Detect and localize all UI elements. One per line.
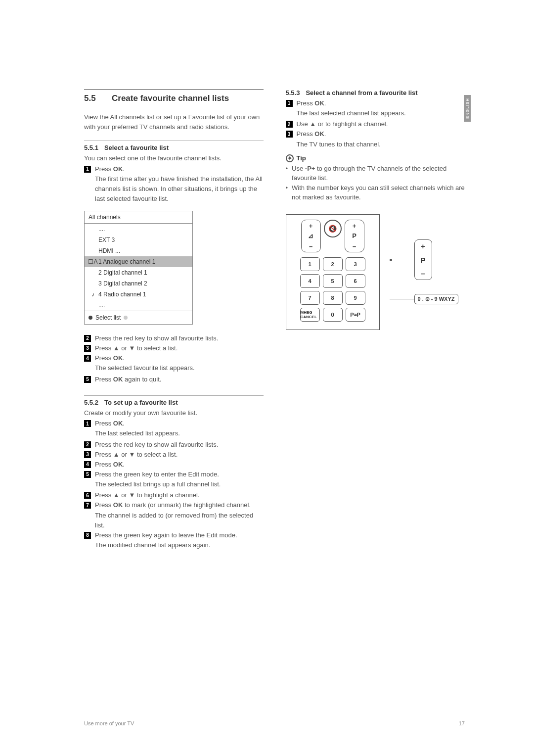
step-note: The TV tunes to that channel.	[286, 140, 465, 149]
tip-item: With the number keys you can still selec…	[292, 183, 465, 202]
step-text: Press OK.	[297, 129, 465, 139]
tip-icon: ✦	[286, 154, 294, 162]
subsection-number: 5.5.2	[84, 399, 98, 406]
step-note: The last selected channel list appears.	[286, 108, 465, 118]
step-text: Press OK.	[297, 98, 465, 108]
mute-icon: 🔇	[328, 225, 337, 233]
step-badge: 2	[286, 121, 293, 128]
page-number: 17	[459, 720, 465, 726]
step-badge: 1	[84, 420, 91, 427]
step-badge: 7	[84, 502, 91, 509]
num-key-0: 0	[323, 308, 343, 322]
subsection-title: To set up a favourite list	[104, 399, 178, 406]
list-item: EXT 3	[98, 236, 115, 243]
list-item: HDMI ...	[98, 247, 120, 254]
step-text: Press ▲ or ▼ to select a list.	[95, 450, 264, 460]
list-item: 4 Radio channel 1	[98, 291, 146, 298]
step-text: Press OK to mark (or unmark) the highlig…	[95, 500, 264, 530]
step-badge: 4	[84, 461, 91, 468]
language-tab: ENGLISH	[464, 95, 471, 122]
step-text: Press OK.	[95, 164, 264, 174]
volume-key: + ⊿ –	[301, 220, 321, 252]
section-number: 5.5	[84, 94, 112, 103]
left-column: 5.5 Create favourite channel lists View …	[84, 89, 264, 550]
step-badge: 3	[286, 131, 293, 138]
channel-list-title: All channels	[85, 211, 192, 224]
step-text: Press OK.	[95, 353, 264, 363]
red-dot-icon	[89, 316, 92, 320]
step-badge: 6	[84, 492, 91, 499]
tip-label: Tip	[297, 154, 306, 162]
p-label: P	[352, 232, 356, 239]
tip-item: Use -P+ to go through the TV channels of…	[292, 164, 465, 183]
right-column: 5.5.3Select a channel from a favourite l…	[286, 89, 465, 550]
num-key-2: 2	[323, 257, 343, 271]
num-key-6: 6	[346, 274, 365, 288]
step-badge: 5	[84, 471, 91, 478]
footer-left: Use more of your TV	[84, 720, 134, 726]
subsection-title: Select a channel from a favourite list	[306, 89, 417, 96]
step-badge: 3	[84, 451, 91, 458]
plus-icon: +	[353, 222, 356, 230]
subsection-551-heading: 5.5.1Select a favourite list	[84, 144, 264, 151]
program-key: + P –	[345, 220, 364, 252]
tip-heading: ✦ Tip	[286, 154, 465, 162]
num-key-8: 8	[323, 291, 343, 305]
page-footer: Use more of your TV 17	[84, 720, 465, 726]
subsection-553-heading: 5.5.3Select a channel from a favourite l…	[286, 89, 465, 96]
volume-icon: ⊿	[308, 232, 313, 239]
step-badge: 2	[84, 335, 91, 342]
step-badge: 1	[84, 166, 91, 173]
step-text: Press OK.	[95, 419, 264, 428]
minus-icon: –	[309, 242, 312, 250]
callout-p-key: + P –	[414, 239, 432, 280]
tv-icon: ☐A	[88, 258, 98, 265]
section-intro: View the All channels list or set up a F…	[84, 112, 264, 132]
list-item: 1 Analogue channel 1	[98, 258, 155, 265]
step-note: The last selected list appears.	[84, 428, 264, 438]
step-text: Press the red key to show all favourite …	[95, 440, 264, 450]
step-badge: 2	[84, 441, 91, 448]
subsection-title: Select a favourite list	[104, 144, 169, 151]
step-text: Press ▲ or ▼ to highlight a channel.	[95, 490, 264, 500]
list-item: 3 Digital channel 2	[98, 280, 147, 287]
step-note: The selected favourite list appears.	[84, 363, 264, 373]
plus-icon: +	[309, 222, 313, 230]
step-text: Press OK again to quit.	[95, 375, 264, 384]
mute-key: 🔇	[324, 220, 342, 237]
channel-list-footer: Select list	[85, 311, 192, 324]
mheg-cancel-key: MHEG CANCEL	[300, 308, 320, 322]
step-badge: 1	[286, 100, 293, 107]
list-item: ....	[98, 226, 105, 233]
subsection-551-lead: You can select one of the favourite chan…	[84, 153, 264, 163]
step-text: Press ▲ or ▼ to select a list.	[95, 343, 264, 353]
step-text: Press OK.	[95, 460, 264, 470]
step-text: Press the green key again to leave the E…	[95, 530, 264, 540]
grey-dot-icon	[124, 316, 128, 320]
num-key-5: 5	[323, 274, 343, 288]
remote-figure: + ⊿ – 🔇 + P – 1 2 3	[286, 214, 465, 330]
subsection-552-heading: 5.5.2To set up a favourite list	[84, 399, 264, 406]
step-text: Use ▲ or to highlight a channel.	[297, 119, 465, 129]
list-item: ....	[98, 302, 105, 309]
footer-label: Select list	[95, 314, 121, 321]
num-key-3: 3	[346, 257, 365, 271]
pswap-key: P≈P	[346, 308, 365, 322]
step-badge: 3	[84, 345, 91, 352]
list-item: 2 Digital channel 1	[98, 269, 147, 276]
num-key-7: 7	[300, 291, 320, 305]
step-badge: 8	[84, 532, 91, 539]
step-text: Press the red key to show all favourite …	[95, 333, 264, 343]
callout-num-keys: 0 . ⊙ - 9 WXYZ	[414, 294, 458, 304]
step-badge: 4	[84, 355, 91, 362]
step-note: The modified channel list appears again.	[84, 540, 264, 550]
num-key-4: 4	[300, 274, 320, 288]
minus-icon: –	[353, 242, 356, 250]
subsection-number: 5.5.1	[84, 144, 98, 151]
num-key-1: 1	[300, 257, 320, 271]
section-heading: 5.5 Create favourite channel lists	[84, 89, 264, 103]
subsection-number: 5.5.3	[286, 89, 300, 96]
remote-control: + ⊿ – 🔇 + P – 1 2 3	[286, 214, 380, 330]
step-badge: 5	[84, 376, 91, 383]
step-note: The first time after you have finished t…	[84, 174, 264, 204]
